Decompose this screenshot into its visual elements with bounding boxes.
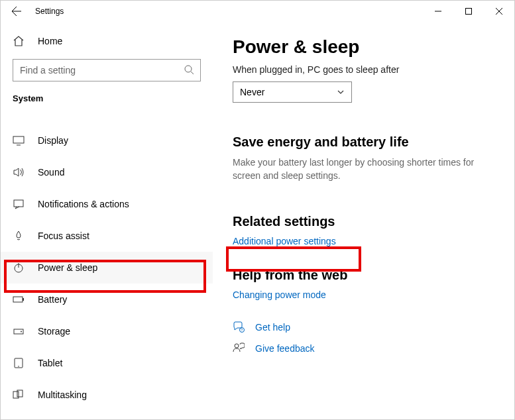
power-icon xyxy=(13,262,25,274)
nav-list: Display Sound Notifications & actions Fo… xyxy=(1,125,213,411)
back-button[interactable] xyxy=(9,3,25,19)
svg-point-14 xyxy=(21,331,22,333)
related-heading: Related settings xyxy=(233,214,494,229)
sidebar-item-label: Power & sleep xyxy=(38,262,97,273)
sleep-dropdown[interactable]: Never xyxy=(233,81,352,103)
sidebar-item-multitasking[interactable]: Multitasking xyxy=(1,379,213,411)
svg-rect-8 xyxy=(14,200,23,207)
sidebar-item-sound[interactable]: Sound xyxy=(1,156,213,188)
display-icon xyxy=(13,134,25,146)
maximize-icon xyxy=(465,8,472,15)
search-input[interactable] xyxy=(13,59,201,81)
svg-point-4 xyxy=(185,66,192,72)
sidebar-item-label: Battery xyxy=(38,294,67,305)
home-label: Home xyxy=(38,36,62,46)
focus-assist-icon xyxy=(13,230,25,242)
minimize-icon xyxy=(435,8,441,15)
maximize-button[interactable] xyxy=(453,1,484,22)
sidebar-item-label: Tablet xyxy=(38,358,62,368)
energy-text: Make your battery last longer by choosin… xyxy=(233,156,485,182)
page-title: Power & sleep xyxy=(233,36,494,58)
sound-icon xyxy=(13,166,25,178)
get-help-row[interactable]: ? Get help xyxy=(233,321,494,333)
tablet-icon xyxy=(13,357,25,369)
search-icon xyxy=(184,64,194,75)
close-icon xyxy=(496,8,502,15)
battery-icon xyxy=(13,293,25,305)
multitasking-icon xyxy=(13,389,25,401)
svg-point-21 xyxy=(235,344,239,348)
sidebar-item-notifications[interactable]: Notifications & actions xyxy=(1,188,213,220)
sidebar-item-power-sleep[interactable]: Power & sleep xyxy=(1,252,213,284)
section-label: System xyxy=(13,93,201,103)
storage-icon xyxy=(13,325,25,337)
sidebar-item-label: Storage xyxy=(38,326,70,337)
close-button[interactable] xyxy=(484,1,514,22)
svg-rect-1 xyxy=(466,9,472,15)
give-feedback-link[interactable]: Give feedback xyxy=(255,343,315,354)
energy-heading: Save energy and battery life xyxy=(233,134,494,150)
sidebar-item-tablet[interactable]: Tablet xyxy=(1,347,213,379)
get-help-icon: ? xyxy=(233,321,246,333)
sidebar-item-battery[interactable]: Battery xyxy=(1,284,213,315)
sidebar-item-label: Sound xyxy=(38,167,64,178)
svg-rect-6 xyxy=(13,136,24,143)
arrow-left-icon xyxy=(11,6,22,17)
sleep-label: When plugged in, PC goes to sleep after xyxy=(233,64,494,75)
additional-power-settings-link[interactable]: Additional power settings xyxy=(233,236,494,246)
svg-text:?: ? xyxy=(241,328,243,332)
sidebar-item-label: Multitasking xyxy=(38,390,87,400)
sidebar-item-focus-assist[interactable]: Focus assist xyxy=(1,220,213,252)
give-feedback-row[interactable]: Give feedback xyxy=(233,342,494,354)
svg-line-5 xyxy=(191,72,194,74)
sidebar-item-storage[interactable]: Storage xyxy=(1,315,213,347)
sidebar: Home System Display Sound xyxy=(1,22,213,419)
chevron-down-icon xyxy=(337,88,345,96)
search-box[interactable] xyxy=(13,59,201,81)
sidebar-item-display[interactable]: Display xyxy=(1,125,213,156)
changing-power-mode-link[interactable]: Changing power mode xyxy=(233,289,494,300)
get-help-link[interactable]: Get help xyxy=(255,322,290,333)
svg-rect-12 xyxy=(23,298,24,301)
sidebar-item-label: Focus assist xyxy=(38,231,89,241)
feedback-icon xyxy=(233,342,246,354)
titlebar: Settings xyxy=(1,1,514,22)
notifications-icon xyxy=(13,198,25,210)
window-title: Settings xyxy=(35,7,64,16)
sidebar-item-label: Display xyxy=(38,135,68,146)
main-content: Power & sleep When plugged in, PC goes t… xyxy=(213,22,514,419)
minimize-button[interactable] xyxy=(423,1,453,22)
home-icon xyxy=(13,35,26,47)
svg-rect-11 xyxy=(13,297,23,302)
sidebar-item-label: Notifications & actions xyxy=(38,199,129,209)
dropdown-value: Never xyxy=(240,87,264,97)
svg-point-16 xyxy=(18,366,19,367)
home-link[interactable]: Home xyxy=(13,30,201,59)
help-heading: Help from the web xyxy=(233,268,494,283)
